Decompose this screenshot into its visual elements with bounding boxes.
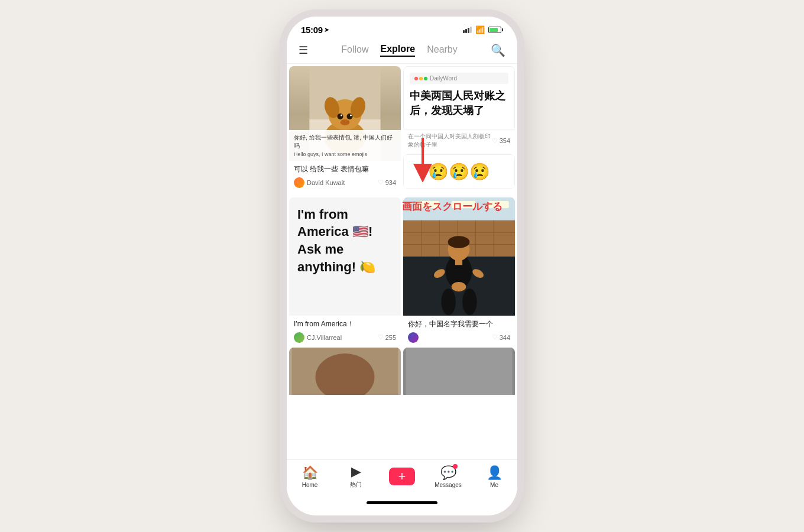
dog-card-info: 可以 给我一些 表情包嘛 David Kuwait ♡ 934: [289, 161, 401, 193]
signal-icon: [463, 27, 472, 33]
dog-caption-zh: 你好, 给我一些表情包, 请, 中国人们好吗: [294, 134, 396, 150]
heart-icon3: ♡: [378, 333, 384, 341]
bottom-card-right: [403, 348, 515, 395]
messages-icon: 💬: [440, 465, 456, 481]
content-grid-row2: I'm from America 🇺🇸! Ask me anything! 🍋 …: [287, 197, 517, 348]
dog-card-meta: David Kuwait ♡ 934: [294, 177, 396, 188]
card-article[interactable]: DailyWord 中美两国人民对账之后，发现天塌了 在一个问中国人对美国人刻板…: [403, 66, 515, 152]
menu-icon[interactable]: ☰: [299, 44, 308, 57]
svg-rect-14: [403, 197, 515, 220]
america-card-title: I'm from America！: [294, 319, 396, 329]
svg-point-34: [441, 288, 456, 315]
card-gym[interactable]: 你好，中国名字我需要一个 ♡ 344: [403, 197, 515, 348]
tab-nearby[interactable]: Nearby: [427, 44, 458, 56]
nav-messages[interactable]: 💬 Messages: [433, 465, 463, 488]
add-icon: +: [398, 469, 406, 484]
messages-label: Messages: [435, 482, 462, 488]
america-text: I'm from America 🇺🇸! Ask me anything! 🍋: [297, 206, 393, 276]
nav-bar: ☰ Follow Explore Nearby 🔍: [287, 38, 517, 64]
svg-rect-38: [406, 348, 513, 395]
trending-label: 热门: [350, 481, 362, 489]
article-likes: ♡ 354: [492, 137, 510, 145]
trending-icon: ▶: [351, 464, 361, 479]
dog-author: David Kuwait: [294, 177, 345, 188]
nav-home[interactable]: 🏠 Home: [295, 465, 325, 488]
article-app-name: DailyWord: [410, 73, 508, 84]
america-likes: ♡ 255: [378, 333, 396, 341]
phone-frame: 15:09 ➤ 📶 ☰ Follow Explore Nearby: [287, 17, 517, 515]
article-app-label: DailyWord: [430, 75, 457, 82]
america-author: CJ.Villarreal: [294, 332, 342, 343]
article-text-zh: 中美两国人民对账之后，发现天塌了: [410, 89, 508, 118]
america-image: I'm from America 🇺🇸! Ask me anything! 🍋: [289, 197, 401, 316]
card-america[interactable]: I'm from America 🇺🇸! Ask me anything! 🍋 …: [289, 197, 401, 348]
svg-point-8: [341, 119, 350, 125]
content-grid-row3: [287, 348, 517, 397]
dog-caption-en: Hello guys, I want some emojis: [294, 151, 396, 157]
me-label: Me: [490, 482, 498, 488]
svg-point-33: [452, 282, 466, 291]
tab-follow[interactable]: Follow: [341, 44, 368, 56]
tab-explore[interactable]: Explore: [380, 44, 415, 57]
battery-icon: [488, 27, 503, 33]
gym-card-info: 你好，中国名字我需要一个 ♡ 344: [403, 316, 515, 348]
gym-likes: ♡ 344: [492, 333, 510, 341]
svg-rect-15: [415, 201, 439, 208]
gym-author: [408, 332, 419, 343]
svg-point-35: [462, 288, 477, 315]
america-card-info: I'm from America！ CJ.Villarreal ♡ 255: [289, 316, 401, 348]
wifi-icon: 📶: [475, 25, 485, 34]
svg-rect-16: [452, 201, 476, 208]
emoji-image: 😢😢😢: [403, 154, 515, 189]
svg-point-6: [338, 113, 343, 119]
heart-icon: ♡: [378, 179, 384, 186]
gym-card-meta: ♡ 344: [408, 332, 510, 343]
gym-image: [403, 197, 515, 316]
me-icon: 👤: [487, 465, 502, 481]
nav-trending[interactable]: ▶ 热门: [341, 464, 371, 489]
location-arrow-icon: ➤: [324, 26, 329, 34]
home-indicator: [367, 501, 437, 504]
svg-point-29: [448, 236, 470, 248]
card-dog[interactable]: 你好, 给我一些表情包, 请, 中国人们好吗 Hello guys, I wan…: [289, 66, 401, 193]
content-area[interactable]: 你好, 给我一些表情包, 请, 中国人们好吗 Hello guys, I wan…: [287, 64, 517, 459]
america-card-meta: CJ.Villarreal ♡ 255: [294, 332, 396, 343]
emoji-display: 😢😢😢: [428, 162, 490, 181]
heart-icon2: ♡: [492, 137, 498, 145]
america-author-avatar: [294, 332, 304, 343]
bottom-nav: 🏠 Home ▶ 热门 + 💬 Messages 👤 Me: [287, 459, 517, 498]
content-grid-row1: 你好, 给我一些表情包, 请, 中国人们好吗 Hello guys, I wan…: [287, 64, 517, 195]
svg-rect-30: [455, 259, 462, 265]
nav-me[interactable]: 👤 Me: [479, 465, 509, 488]
bottom-card-left: [289, 348, 401, 395]
home-label: Home: [302, 482, 318, 488]
nav-add[interactable]: +: [387, 468, 417, 485]
gym-card-title: 你好，中国名字我需要一个: [408, 319, 510, 329]
dog-card-title: 可以 给我一些 表情包嘛: [294, 164, 396, 174]
svg-rect-17: [488, 201, 509, 208]
add-button[interactable]: +: [389, 468, 415, 485]
home-icon: 🏠: [302, 465, 318, 481]
status-icons: 📶: [463, 25, 503, 34]
search-icon[interactable]: 🔍: [491, 43, 505, 57]
dog-caption: 你好, 给我一些表情包, 请, 中国人们好吗 Hello guys, I wan…: [289, 130, 401, 161]
dog-author-avatar: [294, 177, 304, 188]
heart-icon4: ♡: [492, 333, 498, 341]
app-dots: [414, 77, 427, 80]
card-emoji[interactable]: 😢😢😢: [403, 154, 515, 189]
dog-image: 你好, 给我一些表情包, 请, 中国人们好吗 Hello guys, I wan…: [289, 66, 401, 161]
nav-tabs: Follow Explore Nearby: [341, 44, 458, 57]
gym-author-avatar: [408, 332, 419, 343]
dog-likes: ♡ 934: [378, 179, 396, 186]
status-time: 15:09: [301, 25, 323, 35]
svg-point-10: [350, 115, 352, 116]
svg-point-9: [341, 115, 342, 116]
svg-point-7: [347, 113, 353, 119]
status-bar: 15:09 ➤ 📶: [287, 17, 517, 38]
article-desc: 在一个问中国人对美国人刻板印象的帖子里: [408, 132, 492, 149]
right-column: DailyWord 中美两国人民对账之后，发现天塌了 在一个问中国人对美国人刻板…: [403, 66, 515, 193]
article-meta: 在一个问中国人对美国人刻板印象的帖子里 ♡ 354: [403, 129, 515, 152]
